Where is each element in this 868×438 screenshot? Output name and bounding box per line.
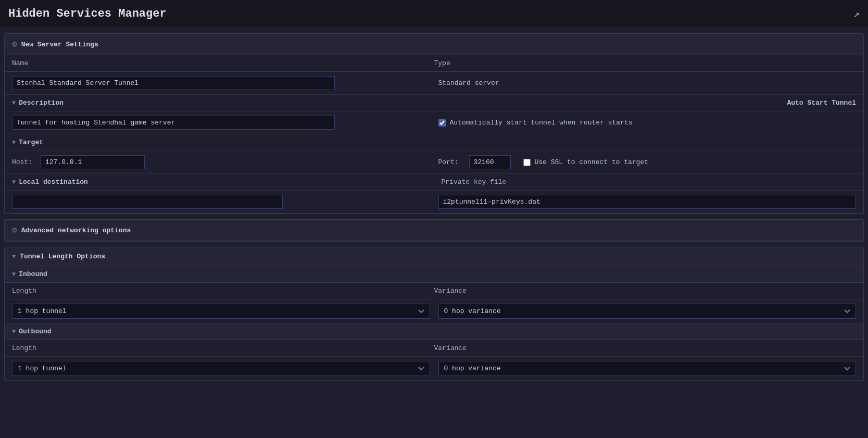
auto-start-label: Auto Start Tunnel [787, 99, 856, 107]
host-port-row: Host: Port: Use SSL to connect to target [5, 151, 863, 174]
type-value-container: Standard server [438, 79, 857, 87]
auto-start-checkbox-label[interactable]: Automatically start tunnel when router s… [438, 119, 633, 127]
host-field-container: Host: [12, 155, 430, 169]
description-field-container [12, 116, 430, 130]
inbound-col-headers: Length Variance [5, 283, 863, 299]
inbound-length-header: Length [12, 287, 434, 295]
local-dest-input[interactable] [12, 195, 283, 209]
name-field-container [12, 76, 430, 90]
description-input[interactable] [12, 116, 335, 130]
new-server-settings-section: ⚙ New Server Settings Name Type Standard… [4, 33, 864, 214]
advanced-gear-icon: ⚙ [12, 225, 17, 235]
description-chevron-icon: ▼ [12, 99, 16, 107]
name-input[interactable] [12, 76, 335, 90]
target-label: Target [19, 139, 43, 146]
private-key-label: Private key file [442, 178, 507, 186]
outbound-length-header: Length [12, 344, 434, 352]
private-key-header-container: Private key file [434, 174, 864, 190]
ssl-checkbox[interactable] [523, 159, 531, 166]
title-bar: Hidden Services Manager ↗ [0, 0, 868, 28]
name-column-header: Name [12, 59, 434, 67]
port-label: Port: [438, 158, 459, 166]
inbound-dropdown-row: 0 hop tunnel 1 hop tunnel 2 hop tunnel 3… [5, 299, 863, 323]
target-section-header: ▼ Target [5, 134, 863, 151]
port-input[interactable] [469, 155, 511, 169]
advanced-networking-title: Advanced networking options [21, 227, 131, 234]
ssl-label-text: Use SSL to connect to target [535, 158, 648, 166]
tunnel-length-title: Tunnel Length Options [20, 253, 105, 260]
outbound-col-headers: Length Variance [5, 340, 863, 357]
outbound-length-dropdown-container: 0 hop tunnel 1 hop tunnel 2 hop tunnel 3… [12, 361, 430, 376]
inbound-label: Inbound [19, 270, 47, 278]
outbound-length-select[interactable]: 0 hop tunnel 1 hop tunnel 2 hop tunnel 3… [12, 361, 430, 376]
auto-start-checkbox-text: Automatically start tunnel when router s… [450, 119, 633, 127]
description-label: Description [19, 99, 64, 107]
outbound-label: Outbound [19, 328, 51, 335]
new-server-settings-header: ⚙ New Server Settings [5, 34, 863, 55]
app-title: Hidden Services Manager [8, 7, 167, 20]
outbound-dropdown-row: 0 hop tunnel 1 hop tunnel 2 hop tunnel 3… [5, 357, 863, 381]
local-dest-field-container [12, 195, 430, 209]
type-value: Standard server [438, 79, 499, 87]
auto-start-container: Automatically start tunnel when router s… [438, 119, 857, 127]
host-label: Host: [12, 158, 32, 166]
inbound-length-select[interactable]: 0 hop tunnel 1 hop tunnel 2 hop tunnel 3… [12, 304, 430, 319]
description-autostart-row: Automatically start tunnel when router s… [5, 111, 863, 134]
local-dest-header: ▼ Local destination [5, 174, 434, 190]
local-dest-label: Local destination [19, 178, 88, 186]
port-ssl-container: Port: Use SSL to connect to target [438, 155, 857, 169]
auto-start-checkbox[interactable] [438, 119, 446, 127]
outbound-variance-select[interactable]: 0 hop variance 1 hop variance 2 hop vari… [438, 361, 857, 376]
inbound-header: ▼ Inbound [5, 266, 863, 283]
gear-icon: ⚙ [12, 39, 17, 49]
inbound-variance-dropdown-container: 0 hop variance 1 hop variance 2 hop vari… [438, 304, 857, 319]
local-dest-chevron-icon: ▼ [12, 179, 16, 186]
tunnel-length-chevron-icon: ▼ [12, 253, 16, 260]
name-type-row: Standard server [5, 72, 863, 95]
inbound-variance-select[interactable]: 0 hop variance 1 hop variance 2 hop vari… [438, 304, 857, 319]
advanced-networking-section: ⚙ Advanced networking options [4, 219, 864, 242]
privkey-input[interactable] [438, 195, 857, 209]
target-chevron-icon: ▼ [12, 139, 16, 146]
local-dest-privkey-row [5, 191, 863, 214]
inbound-variance-header: Variance [434, 287, 857, 295]
outbound-variance-dropdown-container: 0 hop variance 1 hop variance 2 hop vari… [438, 361, 857, 376]
inbound-chevron-icon: ▼ [12, 271, 16, 278]
privkey-field-container [438, 195, 857, 209]
inbound-length-dropdown-container: 0 hop tunnel 1 hop tunnel 2 hop tunnel 3… [12, 304, 430, 319]
outbound-header: ▼ Outbound [5, 323, 863, 340]
tunnel-length-header: ▼ Tunnel Length Options [5, 247, 863, 266]
local-dest-privkey-headers: ▼ Local destination Private key file [5, 174, 863, 191]
external-link-icon[interactable]: ↗ [853, 7, 860, 20]
outbound-chevron-icon: ▼ [12, 328, 16, 335]
tunnel-length-section: ▼ Tunnel Length Options ▼ Inbound Length… [4, 247, 864, 381]
advanced-networking-header: ⚙ Advanced networking options [5, 220, 863, 241]
description-section-header: ▼ Description Auto Start Tunnel [5, 95, 863, 111]
ssl-checkbox-label[interactable]: Use SSL to connect to target [523, 158, 648, 166]
host-input[interactable] [41, 155, 145, 169]
type-column-header: Type [434, 59, 857, 67]
column-headers-row: Name Type [5, 55, 863, 72]
outbound-variance-header: Variance [434, 344, 857, 352]
new-server-settings-title: New Server Settings [21, 41, 98, 48]
